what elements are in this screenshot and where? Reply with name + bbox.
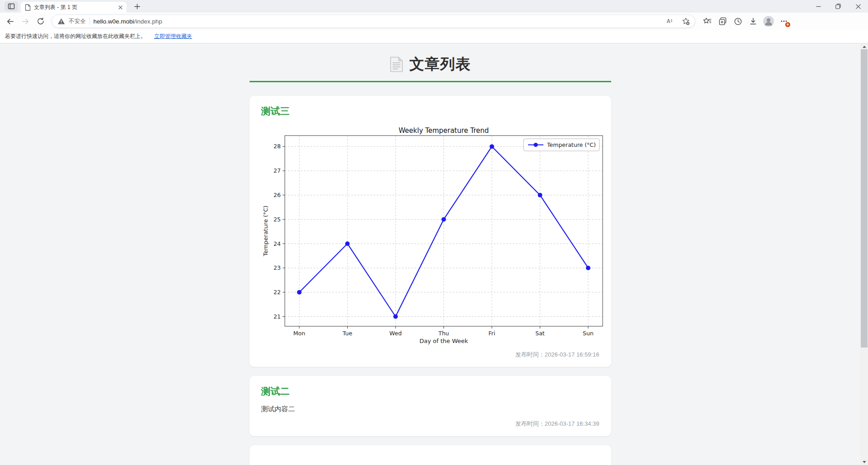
article-title: 测试三 <box>261 105 599 117</box>
publish-label: 发布时间： <box>515 420 545 427</box>
svg-text:24: 24 <box>274 240 281 247</box>
restore-button[interactable] <box>828 0 848 13</box>
svg-text:Wed: Wed <box>389 330 401 337</box>
not-secure-warning-icon <box>57 18 65 25</box>
favorites-notice-text: 若要进行快速访问，请将你的网址收藏放在此收藏夹栏上。 <box>5 33 146 40</box>
svg-text:Weekly Temperature Trend: Weekly Temperature Trend <box>398 127 489 135</box>
article-body: 测试内容二 <box>261 405 599 413</box>
url-text: hello.w0e.mobi/index.php <box>94 18 660 25</box>
publish-label: 发布时间： <box>515 351 545 358</box>
downloads-button[interactable] <box>746 14 760 28</box>
vertical-scrollbar <box>860 43 868 465</box>
update-badge-icon <box>785 22 790 27</box>
url-host: hello.w0e.mobi <box>94 18 134 25</box>
chart-figure: MonTueWedThuFriSatSun2122232425262728Wee… <box>261 127 609 344</box>
temperature-chart: MonTueWedThuFriSatSun2122232425262728Wee… <box>261 127 609 344</box>
publish-value: 2026-03-17 16:59:16 <box>545 351 599 358</box>
favorites-button[interactable] <box>700 14 714 28</box>
scrollbar-thumb[interactable] <box>861 49 868 348</box>
address-bar[interactable]: 不安全 hello.w0e.mobi/index.php A <box>52 14 695 28</box>
forward-button[interactable] <box>18 14 33 28</box>
settings-more-button[interactable] <box>777 14 791 28</box>
page-area: 文章列表 测试三 MonTueWedThuFriSatSun2122232425… <box>0 43 860 465</box>
svg-text:Fri: Fri <box>488 330 495 337</box>
add-favorite-star-icon[interactable] <box>679 15 692 27</box>
tab-strip: 文章列表 - 第 1 页 <box>0 0 868 13</box>
article-card-partial <box>250 445 611 465</box>
browser-window: 文章列表 - 第 1 页 <box>0 0 868 465</box>
scroll-up-arrow[interactable] <box>860 43 868 50</box>
svg-text:21: 21 <box>274 313 281 320</box>
browser-tab[interactable]: 文章列表 - 第 1 页 <box>21 2 127 13</box>
svg-text:23: 23 <box>274 264 281 271</box>
article-card: 测试三 MonTueWedThuFriSatSun212223242526272… <box>250 96 611 367</box>
window-controls <box>808 0 868 13</box>
read-aloud-button[interactable]: A <box>663 15 676 27</box>
tab-title: 文章列表 - 第 1 页 <box>34 4 113 11</box>
collections-button[interactable] <box>715 14 730 28</box>
svg-text:22: 22 <box>274 289 281 296</box>
svg-text:Mon: Mon <box>293 330 305 337</box>
manage-favorites-link[interactable]: 立即管理收藏夹 <box>154 33 192 40</box>
article-title: 测试二 <box>261 385 599 398</box>
publish-time: 发布时间：2026-03-17 16:59:16 <box>261 351 599 359</box>
profile-avatar <box>763 16 774 27</box>
document-icon <box>390 56 403 72</box>
address-divider <box>90 18 90 25</box>
back-button[interactable] <box>3 14 17 28</box>
new-tab-button[interactable] <box>131 1 143 11</box>
page-favicon-icon <box>25 4 31 11</box>
close-window-button[interactable] <box>848 0 868 13</box>
favorites-bar-notice: 若要进行快速访问，请将你的网址收藏放在此收藏夹栏上。 立即管理收藏夹 <box>0 30 868 43</box>
article-card: 测试二 测试内容二 发布时间：2026-03-17 16:34:39 <box>250 376 611 436</box>
page-header: 文章列表 <box>250 43 611 82</box>
svg-text:25: 25 <box>274 216 281 223</box>
tab-actions-button[interactable] <box>5 1 18 11</box>
svg-text:Temperature (°C): Temperature (°C) <box>262 206 269 257</box>
svg-text:Sat: Sat <box>535 330 545 337</box>
svg-text:Day of the Week: Day of the Week <box>419 338 468 344</box>
page-column: 文章列表 测试三 MonTueWedThuFriSatSun2122232425… <box>250 43 611 465</box>
security-label: 不安全 <box>69 18 86 25</box>
history-button[interactable] <box>731 14 745 28</box>
scroll-down-arrow[interactable] <box>860 459 868 465</box>
url-path: /index.php <box>134 18 162 25</box>
svg-text:26: 26 <box>274 192 281 198</box>
refresh-button[interactable] <box>33 14 48 28</box>
publish-time: 发布时间：2026-03-17 16:34:39 <box>261 420 599 428</box>
tab-close-icon[interactable] <box>117 4 124 11</box>
svg-text:Sun: Sun <box>583 330 594 337</box>
page-viewport: 文章列表 测试三 MonTueWedThuFriSatSun2122232425… <box>0 43 868 465</box>
workspaces-icon <box>8 3 15 10</box>
svg-text:Temperature (°C): Temperature (°C) <box>547 141 596 148</box>
svg-text:Thu: Thu <box>438 330 448 337</box>
svg-text:Tue: Tue <box>342 330 352 337</box>
browser-toolbar: 不安全 hello.w0e.mobi/index.php A <box>0 13 868 30</box>
page-title: 文章列表 <box>410 54 471 75</box>
profile-button[interactable] <box>761 14 776 28</box>
minimize-button[interactable] <box>808 0 828 13</box>
publish-value: 2026-03-17 16:34:39 <box>545 420 599 427</box>
svg-text:A: A <box>667 18 670 24</box>
svg-text:28: 28 <box>274 143 281 150</box>
svg-text:27: 27 <box>274 167 281 174</box>
